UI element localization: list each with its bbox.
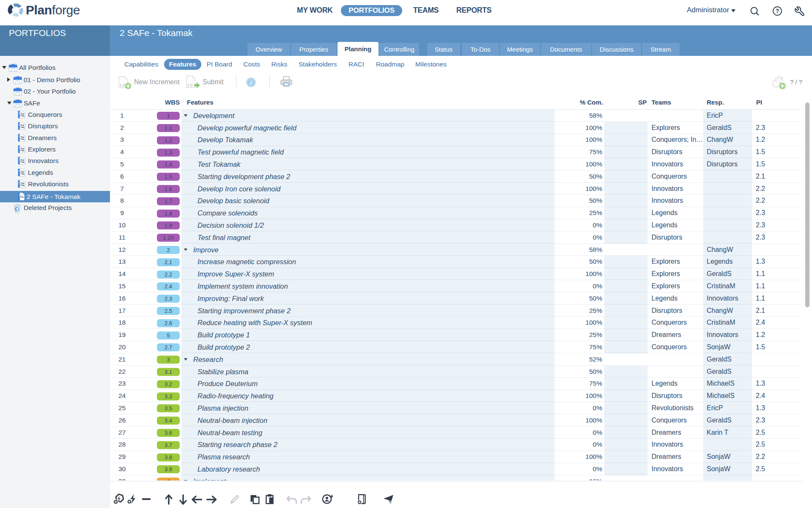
svg-text:1.0: 1.0 (120, 83, 125, 87)
svg-text:1.0: 1.0 (187, 83, 193, 87)
svg-text:?: ? (776, 8, 779, 14)
svg-text:i: i (250, 80, 252, 86)
